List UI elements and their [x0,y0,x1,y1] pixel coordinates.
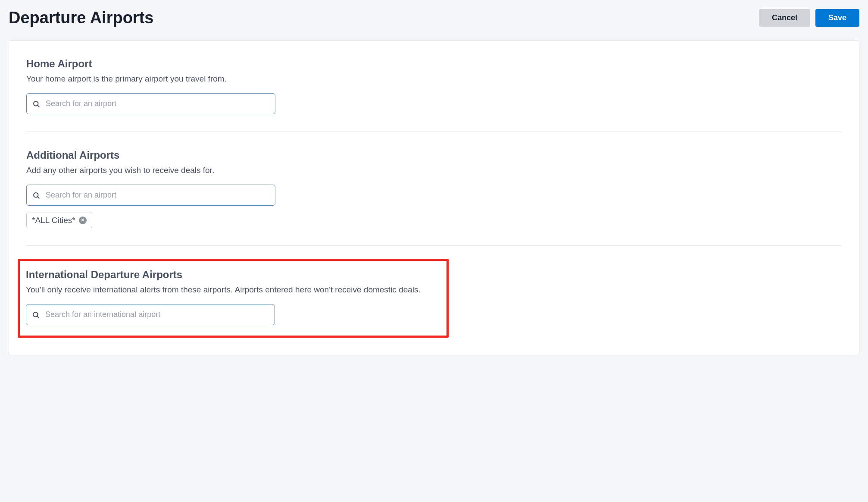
page-title: Departure Airports [9,9,153,27]
home-airport-title: Home Airport [26,58,842,70]
international-airports-title: International Departure Airports [26,269,440,281]
airport-chip-label: *ALL Cities* [32,216,75,225]
additional-airports-description: Add any other airports you wish to recei… [26,166,842,175]
home-airport-search-input[interactable] [26,93,275,114]
remove-chip-button[interactable] [79,216,87,224]
airport-chip: *ALL Cities* [26,213,92,228]
home-airport-description: Your home airport is the primary airport… [26,74,842,84]
home-airport-search-wrapper [26,93,275,114]
cancel-button[interactable]: Cancel [759,9,810,27]
divider [26,245,842,246]
divider [26,132,842,132]
additional-airports-search-wrapper [26,185,275,206]
additional-airports-search-input[interactable] [26,185,275,206]
international-airports-description: You'll only receive international alerts… [26,285,440,295]
international-airports-search-input[interactable] [26,304,275,325]
additional-airports-title: Additional Airports [26,149,842,161]
international-airports-section: International Departure Airports You'll … [26,269,440,325]
home-airport-section: Home Airport Your home airport is the pr… [26,53,842,127]
international-airports-search-wrapper [26,304,275,325]
save-button[interactable]: Save [815,9,859,27]
page-header: Departure Airports Cancel Save [9,9,859,27]
international-airports-highlight: International Departure Airports You'll … [18,259,449,338]
close-icon [81,218,85,223]
settings-card: Home Airport Your home airport is the pr… [9,40,859,355]
additional-airports-section: Additional Airports Add any other airpor… [26,145,842,241]
additional-airports-chip-row: *ALL Cities* [26,213,842,228]
header-actions: Cancel Save [759,9,859,27]
